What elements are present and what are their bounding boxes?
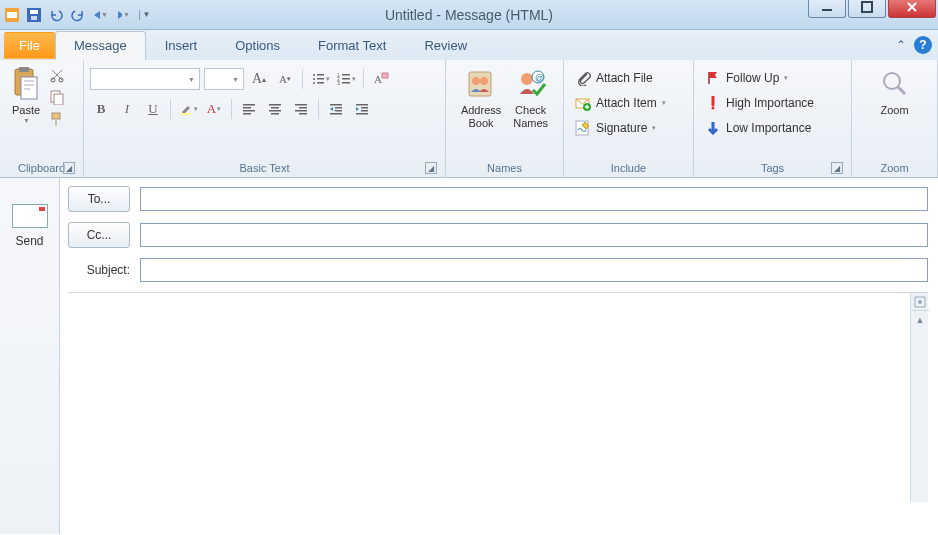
svg-text:@: @ (535, 73, 544, 83)
save-icon[interactable] (26, 7, 42, 23)
attach-item-button[interactable]: Attach Item ▾ (570, 91, 670, 115)
high-importance-button[interactable]: High Importance (700, 91, 818, 115)
follow-up-button[interactable]: Follow Up ▾ (700, 66, 792, 90)
check-names-button[interactable]: @ Check Names (509, 64, 552, 132)
tab-insert[interactable]: Insert (146, 31, 217, 60)
check-names-icon: @ (515, 68, 547, 100)
group-names: Address Book @ Check Names Names (446, 60, 564, 177)
svg-rect-23 (342, 74, 350, 76)
font-size-combo[interactable]: ▼ (204, 68, 244, 90)
svg-point-54 (521, 73, 533, 85)
align-center-button[interactable] (264, 98, 286, 120)
subject-input[interactable] (140, 258, 928, 282)
svg-rect-21 (317, 82, 324, 84)
svg-text:A: A (374, 73, 382, 85)
cc-button[interactable]: Cc... (68, 222, 130, 248)
group-clipboard-label: Clipboard◢ (6, 160, 77, 177)
maximize-button[interactable] (848, 0, 886, 18)
envelope-icon (12, 204, 48, 228)
align-left-button[interactable] (238, 98, 260, 120)
svg-rect-44 (335, 107, 342, 109)
copy-icon[interactable] (48, 88, 66, 106)
svg-rect-43 (330, 104, 342, 106)
low-importance-label: Low Importance (726, 121, 811, 135)
cc-input[interactable] (140, 223, 928, 247)
increase-indent-button[interactable] (351, 98, 373, 120)
svg-rect-38 (271, 113, 279, 115)
tab-message[interactable]: Message (55, 31, 146, 60)
window-controls (808, 0, 938, 18)
basic-text-launcher[interactable]: ◢ (425, 162, 437, 174)
help-icon[interactable]: ? (914, 36, 932, 54)
bullets-button[interactable]: ▾ (309, 68, 331, 90)
svg-rect-40 (299, 107, 307, 109)
svg-rect-15 (55, 119, 57, 126)
redo-icon[interactable] (70, 7, 86, 23)
attach-item-icon (574, 94, 592, 112)
clear-formatting-button[interactable]: A (370, 68, 392, 90)
group-basic-text-label: Basic Text◢ (90, 160, 439, 177)
svg-rect-37 (269, 110, 281, 112)
zoom-button[interactable]: Zoom (875, 64, 915, 119)
paste-button[interactable]: Paste ▼ (6, 64, 46, 126)
app-icon[interactable] (4, 7, 20, 23)
group-zoom: Zoom Zoom (852, 60, 938, 177)
address-book-icon (465, 68, 497, 100)
clipboard-launcher[interactable]: ◢ (63, 162, 75, 174)
tab-review[interactable]: Review (405, 31, 486, 60)
qat-customize-icon[interactable]: │▼ (136, 7, 152, 23)
next-item-icon[interactable]: ▼ (114, 7, 130, 23)
tab-file[interactable]: File (4, 32, 55, 59)
numbering-button[interactable]: 123▾ (335, 68, 357, 90)
svg-rect-13 (54, 94, 63, 105)
high-importance-icon (704, 94, 722, 112)
signature-button[interactable]: Signature ▾ (570, 116, 660, 140)
previous-item-icon[interactable]: ▼ (92, 7, 108, 23)
check-names-label: Check Names (513, 104, 548, 130)
svg-rect-47 (356, 104, 368, 106)
undo-icon[interactable] (48, 7, 64, 23)
scroll-up-icon[interactable]: ▲ (911, 311, 929, 329)
group-zoom-label: Zoom (858, 160, 931, 177)
paste-icon (10, 68, 42, 100)
low-importance-button[interactable]: Low Importance (700, 116, 815, 140)
collapse-ribbon-icon[interactable]: ⌃ (894, 38, 908, 52)
message-body[interactable]: ▲ (68, 292, 928, 502)
svg-rect-35 (269, 104, 281, 106)
selection-pane-icon[interactable] (911, 293, 929, 311)
close-button[interactable] (888, 0, 936, 18)
tab-options[interactable]: Options (216, 31, 299, 60)
svg-rect-42 (299, 113, 307, 115)
underline-button[interactable]: U (142, 98, 164, 120)
decrease-indent-button[interactable] (325, 98, 347, 120)
to-input[interactable] (140, 187, 928, 211)
tab-format-text[interactable]: Format Text (299, 31, 405, 60)
grow-font-button[interactable]: A▴ (248, 68, 270, 90)
shrink-font-button[interactable]: A▾ (274, 68, 296, 90)
cut-icon[interactable] (48, 66, 66, 84)
group-clipboard: Paste ▼ Clipboard◢ (0, 60, 84, 177)
font-name-combo[interactable]: ▼ (90, 68, 200, 90)
italic-button[interactable]: I (116, 98, 138, 120)
body-scrollbar[interactable]: ▲ (910, 293, 928, 502)
to-button[interactable]: To... (68, 186, 130, 212)
send-button[interactable]: Send (8, 200, 52, 252)
ribbon: Paste ▼ Clipboard◢ ▼ ▼ A▴ A▾ ▾ 123▾ A (0, 60, 938, 178)
svg-rect-30 (181, 113, 191, 115)
address-book-label: Address Book (461, 104, 501, 130)
font-color-button[interactable]: A▾ (203, 98, 225, 120)
minimize-button[interactable] (808, 0, 846, 18)
svg-rect-25 (342, 78, 350, 80)
tags-launcher[interactable]: ◢ (831, 162, 843, 174)
svg-rect-14 (52, 113, 60, 119)
highlight-button[interactable]: ▾ (177, 98, 199, 120)
title-bar: ▼ ▼ │▼ Untitled - Message (HTML) (0, 0, 938, 30)
group-names-label: Names (452, 160, 557, 177)
svg-rect-46 (330, 113, 342, 115)
address-book-button[interactable]: Address Book (457, 64, 505, 132)
bold-button[interactable]: B (90, 98, 112, 120)
attach-file-button[interactable]: Attach File (570, 66, 657, 90)
align-right-button[interactable] (290, 98, 312, 120)
svg-rect-8 (19, 67, 29, 72)
format-painter-icon[interactable] (48, 110, 66, 128)
